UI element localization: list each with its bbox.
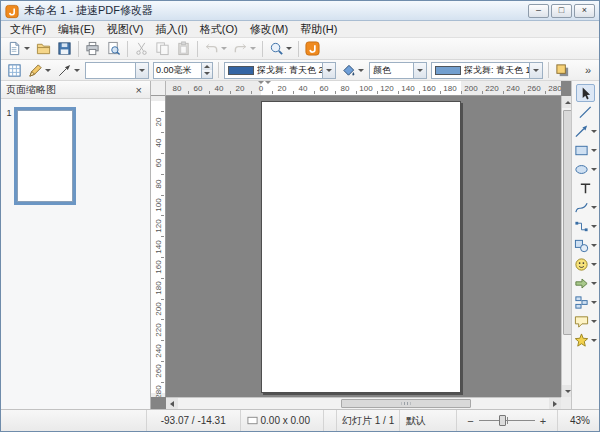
- new-document-button[interactable]: [5, 40, 32, 58]
- dropdown-arrow-icon[interactable]: [250, 47, 256, 50]
- open-folder-button[interactable]: [34, 40, 53, 58]
- page-style[interactable]: 默认: [400, 410, 457, 431]
- line-color-select[interactable]: 探戈舞: 青天色 2: [224, 62, 336, 79]
- arrow-style-button[interactable]: [55, 61, 82, 79]
- toolbar-overflow-button[interactable]: »: [580, 64, 596, 76]
- symbol-shapes-button[interactable]: [572, 255, 599, 273]
- print-button[interactable]: [83, 40, 102, 58]
- dropdown-arrow-icon[interactable]: [591, 339, 597, 342]
- callouts-button[interactable]: [572, 312, 599, 330]
- zoom-in-button[interactable]: +: [537, 415, 549, 427]
- menu-help[interactable]: 帮助(H): [294, 20, 343, 39]
- scroll-left-button[interactable]: [166, 398, 178, 409]
- fill-color-dropdown-button[interactable]: [529, 63, 542, 78]
- ruler-label: 80: [341, 84, 350, 93]
- zoom-out-button[interactable]: −: [464, 415, 476, 427]
- line-color-dropdown-button[interactable]: [322, 63, 335, 78]
- stars-button[interactable]: [572, 331, 599, 349]
- horizontal-scroll-thumb[interactable]: [341, 399, 471, 408]
- area-fill-button[interactable]: [339, 61, 366, 79]
- dropdown-arrow-icon[interactable]: [591, 282, 597, 285]
- maximize-button[interactable]: □: [551, 4, 572, 18]
- app-logo-button[interactable]: [303, 40, 322, 58]
- zoom-slider-notch: [507, 417, 508, 424]
- ruler-label: 240: [154, 344, 163, 357]
- print-preview-button[interactable]: [104, 40, 123, 58]
- ruler-label: 120: [380, 84, 393, 93]
- line-tools-group: [4, 61, 83, 79]
- dropdown-arrow-icon[interactable]: [591, 149, 597, 152]
- minimize-button[interactable]: –: [528, 4, 549, 18]
- dropdown-arrow-icon[interactable]: [24, 47, 30, 50]
- horizontal-ruler[interactable]: 8060402002040608010012014016018020022024…: [166, 81, 561, 96]
- document-viewport[interactable]: [166, 96, 561, 397]
- select-button[interactable]: [576, 84, 595, 102]
- menu-edit[interactable]: 编辑(E): [52, 20, 101, 39]
- menu-file[interactable]: 文件(F): [4, 20, 52, 39]
- spin-up-button[interactable]: [202, 63, 212, 71]
- dropdown-arrow-icon[interactable]: [591, 168, 597, 171]
- chevron-down-icon: [139, 69, 145, 72]
- dropdown-arrow-icon[interactable]: [591, 206, 597, 209]
- document-page[interactable]: [261, 101, 461, 393]
- dropdown-arrow-icon[interactable]: [286, 47, 292, 50]
- dropdown-arrow-icon[interactable]: [74, 69, 80, 72]
- basic-shapes-button[interactable]: [572, 236, 599, 254]
- dropdown-arrow-icon[interactable]: [358, 69, 364, 72]
- spin-down-button[interactable]: [202, 70, 212, 78]
- pages-panel-header[interactable]: 页面缩略图 ×: [1, 81, 150, 99]
- scroll-right-button[interactable]: [549, 398, 561, 409]
- dropdown-arrow-icon[interactable]: [591, 263, 597, 266]
- horizontal-scrollbar[interactable]: [166, 397, 561, 409]
- ruler-corner: [151, 81, 166, 96]
- save-button[interactable]: [55, 40, 74, 58]
- line-style-select[interactable]: [85, 62, 149, 79]
- redo-icon: [233, 41, 248, 56]
- menu-format[interactable]: 格式(O): [194, 20, 244, 39]
- menu-modify[interactable]: 修改(M): [244, 20, 295, 39]
- dropdown-arrow-icon[interactable]: [221, 47, 227, 50]
- pages-panel: 页面缩略图 × 1: [1, 81, 151, 409]
- vertical-ruler[interactable]: 20406080100120140160180200220240260280: [151, 96, 166, 397]
- dropdown-arrow-icon[interactable]: [591, 320, 597, 323]
- connector-button[interactable]: [572, 217, 599, 235]
- ruler-tick: [419, 91, 420, 94]
- line-arrow-button[interactable]: [572, 122, 599, 140]
- edit-points-button[interactable]: [5, 61, 24, 79]
- rectangle-button[interactable]: [572, 141, 599, 159]
- line-style-dropdown-button[interactable]: [135, 63, 148, 78]
- zoom-slider[interactable]: [479, 415, 535, 426]
- dropdown-arrow-icon[interactable]: [591, 244, 597, 247]
- shadow-button[interactable]: [553, 61, 572, 79]
- chevron-down-icon: [533, 69, 539, 72]
- dropdown-arrow-icon[interactable]: [591, 130, 597, 133]
- block-arrows-button[interactable]: [572, 274, 599, 292]
- ruler-label: 60: [194, 84, 203, 93]
- line-pencil-button[interactable]: [26, 61, 53, 79]
- flowchart-button[interactable]: [572, 293, 599, 311]
- print-preview-icon: [106, 41, 121, 56]
- fill-color-select[interactable]: 探戈舞: 青天色 1: [431, 62, 543, 79]
- line-button[interactable]: [576, 103, 595, 121]
- fill-type-select[interactable]: 颜色: [369, 62, 427, 79]
- zoom-icon: [269, 41, 284, 56]
- zoom-slider-thumb[interactable]: [499, 415, 506, 426]
- ruler-label: 220: [485, 84, 498, 93]
- text-button[interactable]: [576, 179, 595, 197]
- titlebar[interactable]: 未命名 1 - 捷速PDF修改器 – □ ×: [1, 1, 599, 21]
- line-width-spinner[interactable]: 0.00毫米: [153, 62, 213, 79]
- curve-button[interactable]: [572, 198, 599, 216]
- page-thumbnail[interactable]: [14, 107, 76, 205]
- zoom-percentage[interactable]: 43%: [558, 410, 599, 431]
- ellipse-button[interactable]: [572, 160, 599, 178]
- zoom-button[interactable]: [267, 40, 294, 58]
- menu-view[interactable]: 视图(V): [101, 20, 150, 39]
- menu-insert[interactable]: 插入(I): [149, 20, 193, 39]
- dropdown-arrow-icon[interactable]: [591, 301, 597, 304]
- arrow-right-icon: [553, 401, 557, 407]
- dropdown-arrow-icon[interactable]: [45, 69, 51, 72]
- close-button[interactable]: ×: [574, 4, 595, 18]
- pages-panel-close-button[interactable]: ×: [133, 84, 145, 96]
- dropdown-arrow-icon[interactable]: [591, 225, 597, 228]
- fill-type-dropdown-button[interactable]: [413, 63, 426, 78]
